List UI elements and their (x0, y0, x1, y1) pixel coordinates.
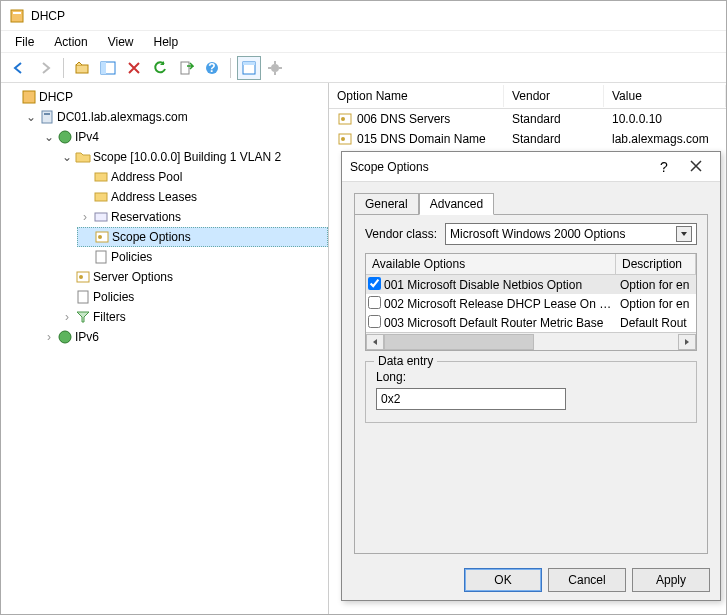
dialog-title: Scope Options (350, 160, 429, 174)
window-titlebar: DHCP (1, 1, 726, 31)
tree-ipv4-label: IPv4 (75, 130, 99, 144)
refresh-button[interactable] (148, 56, 172, 80)
tree-address-pool[interactable]: ▸Address Pool (77, 167, 328, 187)
tree-reservations[interactable]: ›Reservations (77, 207, 328, 227)
list-cell-value: 10.0.0.10 (604, 111, 726, 127)
back-button[interactable] (7, 56, 31, 80)
options-header[interactable]: Available Options Description (366, 254, 696, 275)
tree-scope-label: Scope [10.0.0.0] Building 1 VLAN 2 (93, 150, 281, 164)
tree-pane[interactable]: ▸ DHCP ⌄ DC01.lab.alexmags.com (1, 83, 329, 614)
export-button[interactable] (174, 56, 198, 80)
up-button[interactable] (70, 56, 94, 80)
tree-ipv4[interactable]: ⌄ IPv4 (41, 127, 328, 147)
ok-button[interactable]: OK (464, 568, 542, 592)
server-icon (39, 109, 55, 125)
tree-item-label: IPv6 (75, 330, 99, 344)
option-name: 002 Microsoft Release DHCP Lease On Shut… (382, 297, 616, 311)
long-label: Long: (376, 370, 686, 384)
scroll-thumb[interactable] (384, 334, 534, 350)
option-row[interactable]: 003 Microsoft Default Router Metric Base… (366, 313, 696, 332)
vendor-class-combo[interactable]: Microsoft Windows 2000 Options (445, 223, 697, 245)
list-header-name[interactable]: Option Name (329, 85, 504, 107)
svg-rect-15 (23, 91, 35, 103)
expand-icon[interactable]: ⌄ (43, 131, 55, 143)
svg-point-32 (341, 137, 345, 141)
svg-rect-11 (274, 61, 276, 64)
svg-point-28 (59, 331, 71, 343)
tree-scope-options[interactable]: ▸Scope Options (77, 227, 328, 247)
tree-scope-policies[interactable]: ▸Policies (77, 247, 328, 267)
tree-item-label: Reservations (111, 210, 181, 224)
horizontal-scrollbar[interactable] (366, 332, 696, 350)
vendor-class-label: Vendor class: (365, 227, 437, 241)
delete-button[interactable] (122, 56, 146, 80)
leases-icon (93, 189, 109, 205)
tab-panel-advanced: Vendor class: Microsoft Windows 2000 Opt… (354, 214, 708, 554)
list-row[interactable]: 006 DNS Servers Standard 10.0.0.10 (329, 109, 726, 129)
tree-root-dhcp[interactable]: ▸ DHCP (5, 87, 328, 107)
list-header[interactable]: Option Name Vendor Value (329, 83, 726, 109)
option-row[interactable]: 002 Microsoft Release DHCP Lease On Shut… (366, 294, 696, 313)
tree-server-label: DC01.lab.alexmags.com (57, 110, 188, 124)
option-checkbox[interactable] (368, 315, 381, 328)
svg-rect-24 (96, 251, 106, 263)
tree-item-label: Policies (93, 290, 134, 304)
menu-view[interactable]: View (100, 33, 142, 51)
option-checkbox[interactable] (368, 296, 381, 309)
list-row[interactable]: 015 DNS Domain Name Standard lab.alexmag… (329, 129, 726, 149)
svg-rect-2 (76, 65, 88, 73)
cancel-button[interactable]: Cancel (548, 568, 626, 592)
tab-advanced[interactable]: Advanced (419, 193, 494, 215)
forward-button[interactable] (33, 56, 57, 80)
tree-filters[interactable]: ›Filters (59, 307, 328, 327)
dialog-help-button[interactable]: ? (648, 159, 680, 175)
expand-icon[interactable]: › (61, 311, 73, 323)
apply-button[interactable]: Apply (632, 568, 710, 592)
chevron-down-icon[interactable] (676, 226, 692, 242)
svg-rect-17 (44, 113, 50, 115)
long-input[interactable] (376, 388, 566, 410)
options-header-desc[interactable]: Description (616, 254, 696, 274)
server-options-icon (75, 269, 91, 285)
svg-rect-0 (11, 10, 23, 22)
option-row[interactable]: 001 Microsoft Disable Netbios Option Opt… (366, 275, 696, 294)
menubar: File Action View Help (1, 31, 726, 53)
tree-scope[interactable]: ⌄ Scope [10.0.0.0] Building 1 VLAN 2 (59, 147, 328, 167)
option-checkbox[interactable] (368, 277, 381, 290)
expand-icon[interactable]: ⌄ (25, 111, 37, 123)
tree-server-options[interactable]: ▸Server Options (59, 267, 328, 287)
dhcp-app-icon (9, 8, 25, 24)
tree-address-leases[interactable]: ▸Address Leases (77, 187, 328, 207)
dialog-close-button[interactable] (680, 159, 712, 175)
tab-general[interactable]: General (354, 193, 419, 215)
menu-help[interactable]: Help (146, 33, 187, 51)
toolbar-divider (63, 58, 64, 78)
menu-action[interactable]: Action (46, 33, 95, 51)
tree-server[interactable]: ⌄ DC01.lab.alexmags.com (23, 107, 328, 127)
list-header-value[interactable]: Value (604, 85, 726, 107)
vendor-class-value: Microsoft Windows 2000 Options (450, 227, 625, 241)
expand-icon[interactable]: › (79, 211, 91, 223)
scroll-left-icon[interactable] (366, 334, 384, 350)
scroll-track[interactable] (384, 334, 678, 350)
show-hide-tree-button[interactable] (96, 56, 120, 80)
expand-icon[interactable]: › (43, 331, 55, 343)
tree-ipv6[interactable]: ›IPv6 (41, 327, 328, 347)
available-options-list: Available Options Description 001 Micros… (365, 253, 697, 351)
tree-policies[interactable]: ▸Policies (59, 287, 328, 307)
configure-button[interactable] (263, 56, 287, 80)
help-button[interactable]: ? (200, 56, 224, 80)
dialog-titlebar[interactable]: Scope Options ? (342, 152, 720, 182)
options-header-name[interactable]: Available Options (366, 254, 616, 274)
option-icon (337, 131, 353, 147)
list-header-vendor[interactable]: Vendor (504, 85, 604, 107)
tree-item-label: Policies (111, 250, 152, 264)
svg-rect-4 (101, 62, 106, 74)
menu-file[interactable]: File (7, 33, 42, 51)
tree-item-label: Scope Options (112, 230, 191, 244)
policies-icon (75, 289, 91, 305)
scroll-right-icon[interactable] (678, 334, 696, 350)
properties-button[interactable] (237, 56, 261, 80)
svg-point-10 (271, 64, 279, 72)
expand-icon[interactable]: ⌄ (61, 151, 73, 163)
